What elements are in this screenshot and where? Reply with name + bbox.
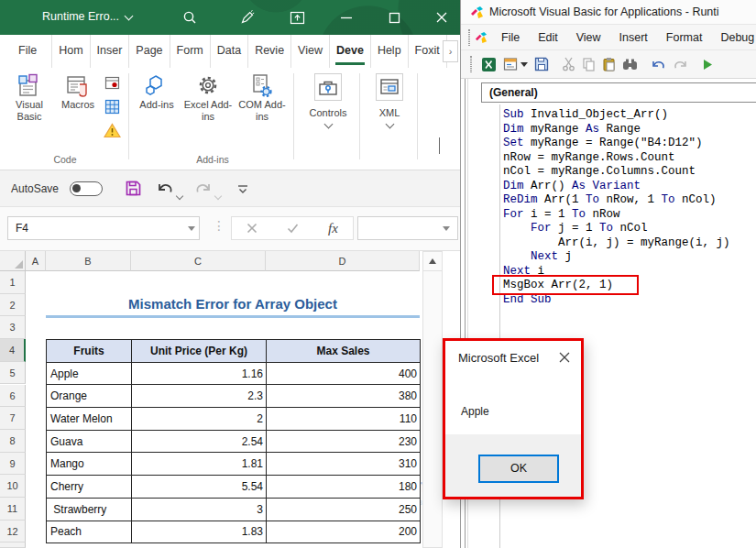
menu-edit[interactable]: Edit <box>530 27 566 48</box>
add-ins-button[interactable]: Add-ins <box>136 73 178 111</box>
table-cell[interactable]: 250 <box>267 499 421 521</box>
table-cell[interactable]: 2.3 <box>132 385 267 408</box>
name-box-dropdown-icon[interactable] <box>188 226 195 231</box>
sheet-vertical-scrollbar[interactable] <box>422 251 443 548</box>
tab-developer[interactable]: Deve <box>330 35 371 68</box>
confirm-entry-icon[interactable] <box>287 223 299 234</box>
tab-insert[interactable]: Inser <box>91 35 130 68</box>
code-line[interactable]: For i = 1 To nRow <box>503 208 620 223</box>
search-icon[interactable] <box>181 8 199 27</box>
collapse-ribbon-icon[interactable] <box>439 137 452 150</box>
code-line[interactable]: For j = 1 To nCol <box>503 222 648 236</box>
insert-object-button[interactable] <box>503 57 528 71</box>
row-header-1[interactable]: 1 <box>0 271 26 294</box>
formula-input[interactable] <box>357 216 458 240</box>
row-header-12[interactable]: 12 <box>0 521 26 543</box>
menubar-drag-handle[interactable] <box>468 29 470 46</box>
maximize-icon[interactable] <box>385 8 403 27</box>
com-add-ins-button[interactable]: COM Add-ins <box>236 73 288 122</box>
table-cell[interactable]: 230 <box>267 431 421 454</box>
table-cell[interactable]: 400 <box>267 363 421 386</box>
col-header-d[interactable]: D <box>266 251 420 271</box>
close-icon[interactable] <box>433 8 451 27</box>
macros-button[interactable]: Macros <box>55 73 101 111</box>
row-header-11[interactable]: 11 <box>0 498 26 521</box>
cut-button[interactable] <box>562 57 575 71</box>
code-line[interactable]: ReDim Arr(1 To nRow, 1 To nCol) <box>503 193 717 208</box>
formula-bar-expand-icon[interactable] <box>443 226 450 231</box>
table-cell[interactable]: Apple <box>47 363 132 386</box>
table-cell[interactable]: 180 <box>267 476 421 499</box>
col-header-b[interactable]: B <box>46 251 131 271</box>
table-cell[interactable]: Strawberry <box>47 499 132 521</box>
tab-home[interactable]: Hom <box>52 35 90 68</box>
scrollbar-up-icon[interactable] <box>423 252 442 271</box>
menu-insert[interactable]: Insert <box>611 27 656 48</box>
name-box[interactable]: F4 <box>7 216 200 240</box>
row-header-5[interactable]: 5 <box>0 362 26 385</box>
row-header-3[interactable]: 3 <box>0 316 26 339</box>
select-all-corner[interactable] <box>0 251 26 271</box>
row-header-4[interactable]: 4 <box>0 339 26 362</box>
row-header-9[interactable]: 9 <box>0 453 26 476</box>
table-cell[interactable]: 310 <box>267 453 421 476</box>
tab-view[interactable]: View <box>291 35 330 68</box>
table-header-max-sales[interactable]: Max Sales <box>267 340 421 363</box>
code-line[interactable]: Arr(i, j) = myRange(i, j) <box>503 236 730 251</box>
macro-security-warning-icon[interactable] <box>103 121 121 139</box>
table-cell[interactable]: Water Melon <box>47 408 132 431</box>
code-line[interactable]: nRow = myRange.Rows.Count <box>503 151 675 166</box>
copy-button[interactable] <box>582 57 596 71</box>
paste-button[interactable] <box>602 57 616 71</box>
vba-redo-button[interactable] <box>673 58 688 71</box>
ribbon-display-options-icon[interactable] <box>288 8 306 27</box>
table-cell[interactable]: Mango <box>47 453 132 476</box>
col-header-c[interactable]: C <box>131 251 266 271</box>
table-cell[interactable]: 200 <box>267 521 421 544</box>
msgbox-close-icon[interactable] <box>558 351 571 364</box>
table-header-fruits[interactable]: Fruits <box>47 340 132 363</box>
view-excel-button[interactable] <box>481 57 497 72</box>
redo-button[interactable] <box>194 180 213 197</box>
table-cell[interactable]: 1.81 <box>132 453 267 476</box>
title-chevron-down-icon[interactable] <box>119 8 137 27</box>
menu-format[interactable]: Format <box>658 27 711 48</box>
autosave-toggle[interactable] <box>70 181 103 196</box>
row-header-2[interactable]: 2 <box>0 294 26 317</box>
code-line[interactable]: Dim myRange As Range <box>503 123 641 137</box>
table-header-unit-price[interactable]: Unit Price (Per Kg) <box>132 340 267 363</box>
visual-basic-button[interactable]: Visual Basic <box>5 73 53 122</box>
table-cell[interactable]: Cherry <box>47 476 132 499</box>
excel-add-ins-button[interactable]: Excel Add-ins <box>183 73 233 122</box>
run-macro-button[interactable] <box>701 58 714 71</box>
row-header-10[interactable]: 10 <box>0 475 26 498</box>
table-cell[interactable]: Orange <box>47 385 132 408</box>
table-cell[interactable]: 3 <box>132 499 267 521</box>
cancel-entry-icon[interactable] <box>247 223 257 234</box>
tab-help[interactable]: Help <box>371 35 409 68</box>
tab-file[interactable]: File <box>7 35 52 68</box>
xml-button[interactable]: XML <box>367 73 412 130</box>
ok-button[interactable]: OK <box>478 455 559 483</box>
toolbar-drag-handle[interactable] <box>470 56 472 72</box>
find-button[interactable] <box>622 58 638 71</box>
table-cell[interactable]: 1.16 <box>132 363 267 386</box>
use-relative-references-button[interactable] <box>103 97 121 115</box>
row-header-8[interactable]: 8 <box>0 430 26 453</box>
code-line[interactable]: Next j <box>503 250 572 265</box>
table-cell[interactable]: 5.54 <box>132 476 267 499</box>
controls-button[interactable]: Controls <box>302 73 354 130</box>
row-header-7[interactable]: 7 <box>0 407 26 430</box>
vba-save-button[interactable] <box>534 57 549 71</box>
tab-overflow-button[interactable]: › <box>443 40 458 62</box>
save-button[interactable] <box>125 180 142 197</box>
row-header-13-partial[interactable] <box>0 543 26 548</box>
menu-view[interactable]: View <box>568 27 609 48</box>
table-cell[interactable]: Guava <box>47 431 132 454</box>
minimize-icon[interactable] <box>337 8 356 27</box>
tab-review[interactable]: Revie <box>248 35 291 68</box>
code-line[interactable]: Set myRange = Range("B4:D12") <box>503 137 703 151</box>
tab-data[interactable]: Data <box>211 35 248 68</box>
tab-formulas[interactable]: Form <box>170 35 211 68</box>
code-line[interactable]: nCol = myRange.Columns.Count <box>503 165 696 180</box>
